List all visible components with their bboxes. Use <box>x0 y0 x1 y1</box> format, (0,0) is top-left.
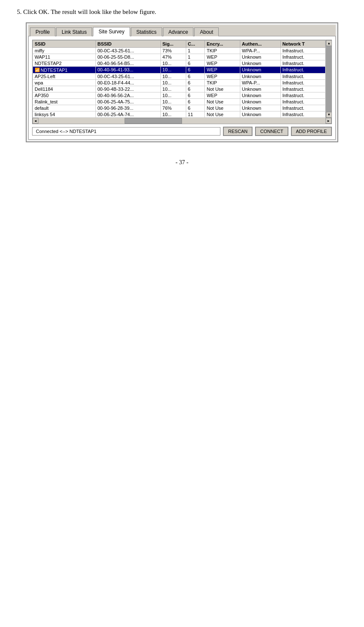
cell-ssid: AP25-Left <box>33 73 96 79</box>
scroll-left-button[interactable]: ◄ <box>33 118 38 124</box>
cell-encryption: WEP <box>205 60 240 67</box>
cell-encryption: Not Use <box>205 105 240 111</box>
cell-channel: 6 <box>186 86 205 92</box>
cell-auth: Unknown <box>240 73 280 79</box>
col-header-encryption[interactable]: Encry... <box>205 41 240 48</box>
cell-bssid: 00-40-96-56-2A... <box>95 92 160 98</box>
add-profile-button[interactable]: ADD PROFILE <box>291 127 332 136</box>
cell-ssid: wpa <box>33 79 96 86</box>
cell-ssid: AP350 <box>33 92 96 98</box>
cell-auth: Unknown <box>240 98 280 105</box>
network-table: SSIDBSSIDSig...C...Encry...Authen...Netw… <box>33 40 326 118</box>
cell-auth: Unknown <box>240 105 280 111</box>
cell-encryption: TKIP <box>205 48 240 54</box>
cell-network: Infrastruct. <box>280 111 325 117</box>
rescan-button[interactable]: RESCAN <box>223 127 253 136</box>
selected-table-row[interactable]: 📶NDTESTAP100-40-96-41-93...10...6WEPUnkn… <box>33 67 326 73</box>
scroll-up-button[interactable]: ▲ <box>326 40 332 46</box>
table-row[interactable]: wpa00-E0-18-F4-44...10...6TKIPWPA-P...In… <box>33 79 326 86</box>
connection-status: Connected <--> NDTESTAP1 <box>32 127 220 136</box>
cell-network: Infrastruct. <box>280 73 325 79</box>
cell-encryption: WEP <box>205 54 240 60</box>
tab-profile[interactable]: Profile <box>30 27 55 36</box>
cell-signal: 10... <box>160 111 186 117</box>
cell-signal: 76% <box>160 105 186 111</box>
table-row[interactable]: NDTESTAP200-40-96-54-B5...10...6WEPUnkno… <box>33 60 326 67</box>
cell-auth: WPA-P... <box>240 79 280 86</box>
col-header-bssid[interactable]: BSSID <box>95 41 160 48</box>
scroll-thumb[interactable] <box>326 46 332 112</box>
horizontal-scrollbar[interactable]: ◄ ► <box>33 118 331 124</box>
cell-encryption: Not Use <box>205 98 240 105</box>
cell-channel: 6 <box>186 60 205 67</box>
cell-signal: 10... <box>160 79 186 86</box>
tab-about[interactable]: About <box>194 27 218 36</box>
tab-link-status[interactable]: Link Status <box>56 27 92 36</box>
table-row[interactable]: Ralink_test00-06-25-4A-75...10...6Not Us… <box>33 98 326 105</box>
cell-auth: Unknown <box>240 67 280 73</box>
col-header-ssid[interactable]: SSID <box>33 41 96 48</box>
cell-channel: 11 <box>186 111 205 117</box>
hscroll-thumb[interactable] <box>125 118 182 124</box>
cell-encryption: TKIP <box>205 79 240 86</box>
cell-channel: 6 <box>186 98 205 105</box>
cell-network: Infrastruct. <box>280 86 325 92</box>
table-row[interactable]: Dell118400-90-4B-33-22...10...6Not UseUn… <box>33 86 326 92</box>
cell-channel: 1 <box>186 48 205 54</box>
cell-bssid: 00-E0-18-F4-44... <box>95 79 160 86</box>
intro-paragraph: 5. Click OK. The result will look like t… <box>17 8 347 16</box>
cell-auth: Unknown <box>240 92 280 98</box>
cell-ssid: Dell1184 <box>33 86 96 92</box>
col-header-auth[interactable]: Authen... <box>240 41 280 48</box>
scroll-right-button[interactable]: ► <box>326 118 331 124</box>
cell-network: Infrastruct. <box>280 67 325 73</box>
tab-statistics[interactable]: Statistics <box>131 27 162 36</box>
cell-encryption: WEP <box>205 67 240 73</box>
cell-ssid: default <box>33 105 96 111</box>
cell-auth: WPA-P... <box>240 48 280 54</box>
cell-network: Infrastruct. <box>280 92 325 98</box>
cell-bssid: 00-90-96-28-39... <box>95 105 160 111</box>
cell-channel: 6 <box>186 67 205 73</box>
cell-network: Infrastruct. <box>280 60 325 67</box>
tab-site-survey[interactable]: Site Survey <box>93 27 130 36</box>
table-row[interactable]: default00-90-96-28-39...76%6Not UseUnkno… <box>33 105 326 111</box>
hscroll-track[interactable] <box>38 118 326 124</box>
table-row[interactable]: miffy00-0C-43-25-61...73%1TKIPWPA-P...In… <box>33 48 326 54</box>
cell-signal: 10... <box>160 73 186 79</box>
tab-advance[interactable]: Advance <box>163 27 194 36</box>
cell-network: Infrastruct. <box>280 98 325 105</box>
cell-channel: 6 <box>186 73 205 79</box>
page-footer: - 37 - <box>17 159 347 166</box>
cell-bssid: 00-90-4B-33-22... <box>95 86 160 92</box>
cell-bssid: 00-0C-43-25-61... <box>95 48 160 54</box>
cell-ssid: 📶NDTESTAP1 <box>33 67 96 73</box>
cell-auth: Unknown <box>240 54 280 60</box>
tab-bar: ProfileLink StatusSite SurveyStatisticsA… <box>28 25 336 36</box>
wifi-icon: 📶 <box>35 68 40 72</box>
cell-ssid: linksys 54 <box>33 111 96 117</box>
cell-bssid: 00-06-25-55-D8... <box>95 54 160 60</box>
cell-network: Infrastruct. <box>280 48 325 54</box>
table-row[interactable]: AP35000-40-96-56-2A...10...6WEPUnknownIn… <box>33 92 326 98</box>
col-header-channel[interactable]: C... <box>186 41 205 48</box>
scroll-down-button[interactable]: ▼ <box>326 112 332 118</box>
connect-button[interactable]: CONNECT <box>255 127 288 136</box>
window-container: ProfileLink StatusSite SurveyStatisticsA… <box>26 22 338 142</box>
table-row[interactable]: WAP1100-06-25-55-D8...47%1WEPUnknownInfr… <box>33 54 326 60</box>
col-header-signal[interactable]: Sig... <box>160 41 186 48</box>
page-number: - 37 - <box>176 159 188 166</box>
vertical-scrollbar[interactable]: ▲ ▼ <box>326 40 331 118</box>
table-row[interactable]: linksys 5400-06-25-4A-74...10...11Not Us… <box>33 111 326 117</box>
cell-encryption: Not Use <box>205 86 240 92</box>
cell-ssid: WAP11 <box>33 54 96 60</box>
main-panel: SSIDBSSIDSig...C...Encry...Authen...Netw… <box>28 36 336 140</box>
col-header-network[interactable]: Network T <box>280 41 325 48</box>
cell-bssid: 00-40-96-54-B5... <box>95 60 160 67</box>
table-wrapper: SSIDBSSIDSig...C...Encry...Authen...Netw… <box>32 40 332 124</box>
bottom-bar: Connected <--> NDTESTAP1 RESCAN CONNECT … <box>32 127 332 136</box>
cell-auth: Unknown <box>240 86 280 92</box>
page-content: 5. Click OK. The result will look like t… <box>0 0 364 174</box>
cell-signal: 10... <box>160 60 186 67</box>
table-row[interactable]: AP25-Left00-0C-43-25-61...10...6WEPUnkno… <box>33 73 326 79</box>
